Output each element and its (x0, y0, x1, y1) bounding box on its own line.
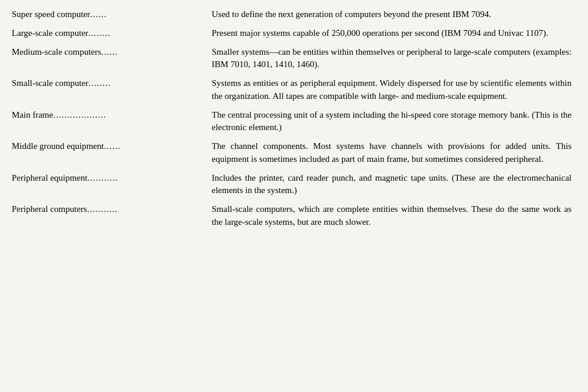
table-row: Peripheral computers...........Small-sca… (12, 201, 576, 232)
term-cell: Peripheral equipment........... (12, 170, 212, 201)
term-cell: Peripheral computers........... (12, 201, 212, 232)
table-row: Medium-scale computers......Smaller syst… (12, 44, 576, 75)
table-row: Super speed computer......Used to define… (12, 6, 576, 25)
dot-leader: ...... (90, 9, 107, 19)
term-text: Peripheral equipment (12, 173, 88, 182)
term-text: Medium-scale computers (12, 47, 101, 57)
definition-cell: Systems as entities or as peripheral equ… (212, 75, 576, 107)
definition-table: Super speed computer......Used to define… (12, 6, 576, 232)
table-row: Large-scale computer........Present majo… (12, 25, 576, 44)
term-text: Super speed computer (12, 9, 90, 19)
term-text: Middle ground equipment (12, 141, 104, 151)
definition-cell: Small-scale computers, which are complet… (212, 201, 576, 232)
table-row: Small-scale computer........Systems as e… (12, 75, 576, 107)
term-cell: Medium-scale computers...... (12, 44, 212, 75)
dot-leader: ................... (53, 110, 106, 119)
dot-leader: ...... (104, 141, 121, 151)
term-text: Peripheral computers (12, 204, 87, 214)
term-cell: Small-scale computer........ (12, 75, 212, 107)
term-cell: Super speed computer...... (12, 6, 212, 25)
dot-leader: ........ (88, 78, 111, 88)
term-cell: Middle ground equipment...... (12, 138, 212, 170)
table-row: Middle ground equipment......The channel… (12, 138, 576, 170)
definition-cell: Smaller systems—can be entities within t… (212, 44, 576, 75)
term-text: Main frame (12, 110, 53, 119)
dot-leader: ........... (88, 173, 118, 182)
term-cell: Main frame................... (12, 107, 212, 138)
table-row: Peripheral equipment...........Includes … (12, 170, 576, 201)
term-cell: Large-scale computer........ (12, 25, 212, 44)
definition-cell: Includes the printer, card reader punch,… (212, 170, 576, 201)
term-text: Small-scale computer (12, 78, 88, 88)
dot-leader: ...... (101, 47, 118, 57)
table-row: Main frame...................The central… (12, 107, 576, 138)
dot-leader: ........... (87, 204, 118, 214)
term-text: Large-scale computer (12, 28, 88, 38)
dot-leader: ........ (88, 28, 111, 38)
definition-cell: The central processing unit of a system … (212, 107, 576, 138)
definition-cell: Used to define the next generation of co… (212, 6, 576, 25)
definition-cell: The channel components. Most systems hav… (212, 138, 576, 170)
definition-cell: Present major systems capable of 250,000… (212, 25, 576, 44)
